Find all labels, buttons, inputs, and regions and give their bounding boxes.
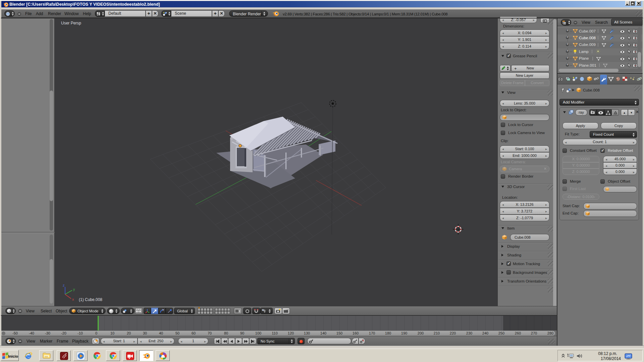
svg-text:x: x (72, 297, 74, 301)
svg-text:y: y (73, 287, 75, 291)
svg-text:z: z (63, 283, 65, 287)
